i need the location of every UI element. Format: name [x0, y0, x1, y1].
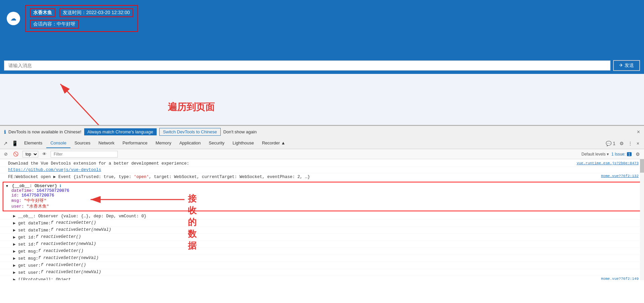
console-line-prototype: ▶ [[Prototype]]: Object Home.vue?76f2:14… [0, 276, 644, 280]
close-devtools-button[interactable]: × [636, 140, 640, 147]
console-line-websocket: FE:WebSocket open ▶ Event {isTrusted: tr… [0, 173, 644, 180]
app-area: ☁ 水香木鱼 发送时间：2022-03-20 12:32:00 会话内容：中午好… [0, 0, 644, 57]
tab-network[interactable]: Network [95, 138, 119, 148]
tab-memory[interactable]: Memory [152, 138, 175, 148]
console-line-get-msg: ▶ get msg: f reactiveGetter() [0, 248, 644, 255]
timestamp-value: 2022-03-20 12:32:00 [86, 10, 130, 15]
console-line-get-id: ▶ get id: f reactiveGetter() [0, 234, 644, 241]
prop-name-msg: msg: [11, 199, 24, 203]
prop-id: id: 1647750720076 [11, 193, 638, 198]
match-language-button[interactable]: Always match Chrome's language [84, 128, 157, 135]
info-icon: ℹ [4, 129, 6, 135]
obj-info-icon[interactable]: ℹ [60, 184, 61, 188]
prop-msg: msg: "中午好呀" [11, 198, 638, 204]
tab-security[interactable]: Security [205, 138, 228, 148]
console-line-get-datetime: ▶ get dateTime: f reactiveGetter() [0, 220, 644, 227]
settings-icon-button[interactable]: ⚙ [619, 140, 625, 147]
tab-recorder[interactable]: Recorder ▲ [258, 138, 289, 148]
console-line-vue-devtools: Download the Vue Devtools extension for … [0, 161, 644, 167]
stop-script-button[interactable]: ⊘ [3, 151, 9, 157]
inspect-element-icon[interactable]: ↗ [1, 140, 10, 146]
more-options-button[interactable]: ⋮ [627, 140, 633, 147]
chat-box-outline: 水香木鱼 发送时间：2022-03-20 12:32:00 会话内容：中午好呀 [25, 5, 138, 32]
timestamp: 发送时间：2022-03-20 12:32:00 [59, 8, 133, 17]
devtools-toolbar: ⊘ 🚫 top 👁 Default levels ▾ 1 Issue: 1 ⚙ [0, 149, 644, 159]
devtools-notification-bar: ℹ DevTools is now available in Chinese! … [0, 126, 644, 138]
file-ref-prototype[interactable]: Home.vue?76f2:149 [601, 277, 641, 280]
console-text-prototype: ▶ [[Prototype]]: Object [8, 277, 601, 280]
annotation-top-text: 遍历到页面 [168, 101, 215, 114]
console-line-get-user: ▶ get user: f reactiveGetter() [0, 262, 644, 269]
prop-dateTime: dateTime: 1647750720076 [11, 188, 638, 193]
tab-console[interactable]: Console [46, 138, 70, 148]
tab-icons-group: 💬 1 ⚙ ⋮ × [605, 140, 643, 147]
console-line-set-user: ▶ set user: f reactiveSetter(newVal) [0, 269, 644, 276]
switch-devtools-button[interactable]: Switch DevTools to Chinese [159, 128, 221, 136]
console-line-set-msg: ▶ set msg: f reactiveSetter(newVal) [0, 255, 644, 262]
content-label: 会话内容： [33, 21, 57, 27]
console-text-1: Download the Vue Devtools extension for … [8, 161, 577, 166]
file-ref-1[interactable]: vue.runtime.esm.js?2b0e:8473 [577, 161, 641, 166]
prop-val-dateTime: 1647750720076 [37, 188, 69, 193]
vertical-scrollbar-thumb[interactable] [640, 159, 644, 173]
prop-val-msg: "中午好呀" [24, 199, 47, 203]
notification-text: DevTools is now available in Chinese! [8, 129, 82, 134]
console-settings-button[interactable]: ⚙ [634, 151, 641, 158]
app-icon: ☁ [7, 12, 20, 25]
console-prototype-inner: ▶ [[Prototype]]: Object Home.vue?76f2:14… [8, 277, 641, 280]
devtools-tabs: ↗ 📱 Elements Console Sources Network Per… [0, 138, 644, 149]
issues-count: 1 [627, 152, 632, 156]
content-value: 中午好呀 [57, 21, 75, 27]
device-toggle-icon[interactable]: 📱 [10, 140, 20, 146]
chat-content: 会话内容：中午好呀 [30, 20, 79, 29]
prop-name-id: id: [11, 193, 21, 198]
filter-input[interactable] [51, 151, 118, 158]
console-line-vue-link: https://github.com/vuejs/vue-devtools [0, 167, 644, 173]
console-line-inner-ws: FE:WebSocket open ▶ Event {isTrusted: tr… [8, 174, 641, 179]
console-line-inner: Download the Vue Devtools extension for … [8, 161, 641, 166]
app-header: ☁ 水香木鱼 发送时间：2022-03-20 12:32:00 会话内容：中午好… [7, 5, 637, 32]
eye-icon-button[interactable]: 👁 [41, 151, 48, 157]
tab-application[interactable]: Application [175, 138, 205, 148]
context-selector[interactable]: top [22, 151, 38, 158]
dont-show-link[interactable]: Don't show again [223, 129, 257, 134]
console-line-set-datetime: ▶ set dateTime: f reactiveSetter(newVal) [0, 227, 644, 234]
tab-sources[interactable]: Sources [70, 138, 95, 148]
console-line-set-id: ▶ set id: f reactiveSetter(newVal) [0, 241, 644, 248]
send-button[interactable]: ✈ 发送 [613, 60, 640, 71]
issues-badge[interactable]: 1 Issue: 1 [611, 152, 632, 157]
console-output: Download the Vue Devtools extension for … [0, 159, 644, 280]
prop-name-user: user: [11, 204, 26, 209]
console-line-ob: ▶ __ob__: Observer {value: {…}, dep: Dep… [0, 213, 644, 220]
chat-info-row1: 水香木鱼 发送时间：2022-03-20 12:32:00 [30, 8, 133, 17]
chat-content-row: 会话内容：中午好呀 [30, 20, 133, 29]
tab-lighthouse[interactable]: Lighthouse [228, 138, 258, 148]
object-tree-root: {__ob__: Observer} ℹ dateTime: 164775072… [3, 182, 641, 211]
console-text-ws: FE:WebSocket open ▶ Event {isTrusted: tr… [8, 174, 601, 179]
prop-val-id: 1647750720076 [21, 193, 54, 198]
app-icon-symbol: ☁ [10, 15, 16, 22]
devtools-panel: ℹ DevTools is now available in Chinese! … [0, 125, 644, 303]
tab-performance[interactable]: Performance [118, 138, 151, 148]
vertical-scrollbar-track[interactable] [640, 159, 644, 280]
message-input[interactable] [4, 60, 610, 71]
chat-icon-button[interactable]: 💬 1 [605, 140, 616, 147]
username-badge: 水香木鱼 [30, 8, 55, 17]
clear-console-button[interactable]: 🚫 [12, 151, 20, 157]
default-levels-dropdown[interactable]: Default levels ▾ [581, 152, 608, 157]
obj-root-label: {__ob__: Observer} [12, 184, 60, 188]
vue-devtools-link[interactable]: https://github.com/vuejs/vue-devtools [8, 168, 101, 172]
expand-icon[interactable] [6, 184, 8, 188]
obj-properties: dateTime: 1647750720076 id: 164775072007… [6, 188, 638, 209]
prop-val-user: "水香木鱼" [26, 204, 49, 209]
tab-elements[interactable]: Elements [20, 138, 46, 148]
console-content-area: Download the Vue Devtools extension for … [0, 159, 644, 280]
obj-root-line: {__ob__: Observer} ℹ [6, 184, 638, 188]
notification-close-button[interactable]: × [637, 129, 640, 135]
file-ref-ws[interactable]: Home.vue?76f2:132 [601, 174, 641, 179]
input-bar: ✈ 发送 [0, 57, 644, 74]
prop-user: user: "水香木鱼" [11, 204, 638, 209]
prop-name-dateTime: dateTime: [11, 188, 37, 193]
timestamp-label: 发送时间： [63, 10, 86, 15]
